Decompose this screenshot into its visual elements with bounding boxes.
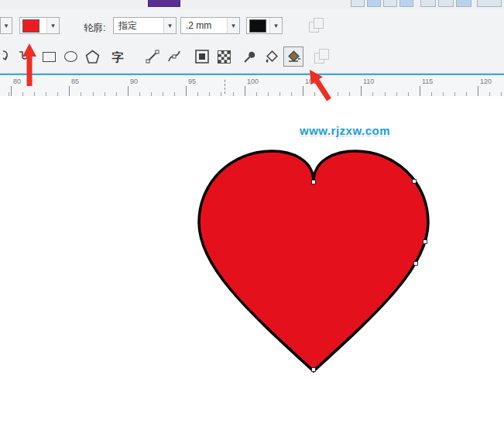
annotation-arrow-fill-color [21,43,38,88]
fill-color-swatch [22,19,39,33]
app-window: ▾ ▾ 轮廓: 指定 ▾ .2 mm ▾ ▾ [0,0,504,430]
bezier-tool[interactable] [164,46,184,67]
mesh-fill-tool[interactable] [214,46,234,67]
node-handle[interactable] [413,180,417,184]
shape-tool[interactable] [0,46,14,67]
ruler-tick-label: 80 [13,77,21,85]
copy-icon [314,49,330,64]
titlebar-icon[interactable] [477,0,502,7]
outline-color-swatch [249,19,266,33]
outline-width-value: .2 mm [181,20,227,31]
ruler-tick-label: 110 [363,77,374,85]
titlebar-icon[interactable] [351,0,365,7]
titlebar-icon[interactable] [438,0,454,7]
ellipse-tool[interactable] [60,46,81,67]
ruler-tick-label: 95 [188,77,196,85]
horizontal-ruler[interactable]: 80 85 90 95 100 105 110 115 120 [0,74,504,98]
chevron-down-icon: ▾ [46,18,59,33]
rectangle-tool[interactable] [39,46,59,67]
outline-style-value: 指定 [114,19,163,33]
node-handle[interactable] [312,368,316,372]
fill-tool[interactable] [262,46,282,67]
ruler-major-tick [245,86,245,96]
ellipse-icon [64,51,77,62]
ruler-major-tick [128,86,129,96]
annotation-arrow-smart-fill [300,68,344,112]
smart-fill-tool[interactable] [283,46,303,67]
property-bar: ▾ ▾ 轮廓: 指定 ▾ .2 mm ▾ ▾ [0,10,504,42]
polygon-tool[interactable] [82,46,102,67]
drawing-canvas[interactable]: www.rjzxw.com [0,96,504,430]
outline-style-select[interactable]: 指定 ▾ [113,17,177,34]
ruler-tick-label: 90 [130,77,138,85]
titlebar-icon[interactable] [148,0,180,7]
watermark-text: www.rjzxw.com [300,124,390,137]
titlebar-icon[interactable] [367,0,381,7]
chevron-down-icon: ▾ [163,18,176,33]
node-handle[interactable] [312,181,316,184]
node-handle[interactable] [423,240,427,244]
rectangle-icon [43,52,56,62]
ruler-tick-label: 85 [71,77,79,85]
ruler-position-marker [225,80,225,94]
outline-width-select[interactable]: .2 mm ▾ [180,17,240,34]
text-tool-glyph: 字 [112,51,124,63]
ruler-major-tick [478,86,478,96]
titlebar-icon[interactable] [383,0,397,7]
heart-shape-graphic [196,150,431,374]
titlebar-icon[interactable] [456,0,471,7]
ruler-major-tick [69,86,70,96]
left-partial-dropdown[interactable]: ▾ [0,17,12,34]
chevron-down-icon: ▾ [1,18,12,33]
color-eyedropper-tool[interactable] [240,46,260,67]
outline-label: 轮廓: [84,22,105,35]
fill-color-picker[interactable]: ▾ [19,17,60,34]
ruler-major-tick [11,86,12,96]
chevron-down-icon: ▾ [269,18,282,33]
interactive-fill-tool[interactable] [192,46,212,67]
chevron-down-icon: ▾ [227,18,239,33]
node-handle[interactable] [414,262,418,266]
titlebar-icon[interactable] [399,0,413,7]
copy-icon [309,18,324,33]
freehand-tool[interactable] [142,46,163,67]
text-tool[interactable]: 字 [108,46,128,67]
ruler-tick-label: 115 [422,77,433,85]
ruler-major-tick [186,86,187,96]
ruler-major-tick [420,86,420,96]
ruler-tick-label: 120 [480,77,492,85]
titlebar-partial [0,0,504,11]
ruler-tick-label: 100 [247,77,259,85]
mesh-icon [218,50,231,64]
outline-color-picker[interactable]: ▾ [246,17,283,34]
titlebar-icon[interactable] [420,0,436,7]
ruler-major-tick [361,86,362,96]
toolbox: 字 [0,41,504,74]
